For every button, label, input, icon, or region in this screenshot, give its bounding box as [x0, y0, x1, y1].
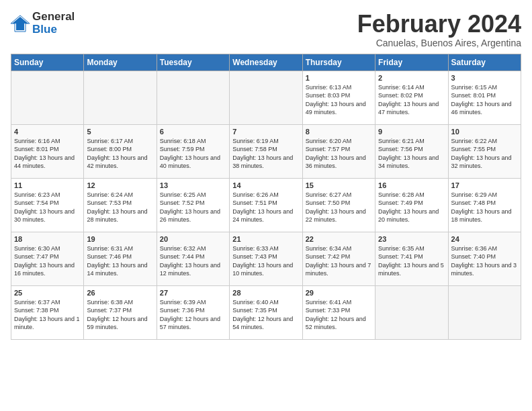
day-info: Sunrise: 6:16 AM Sunset: 8:01 PM Dayligh…	[14, 137, 81, 171]
calendar-header-row: SundayMondayTuesdayWednesdayThursdayFrid…	[11, 54, 521, 71]
header-day-friday: Friday	[375, 54, 448, 71]
day-number: 4	[14, 128, 81, 136]
header-day-monday: Monday	[84, 54, 157, 71]
logo: General Blue	[11, 11, 75, 36]
day-info: Sunrise: 6:24 AM Sunset: 7:53 PM Dayligh…	[87, 191, 153, 224]
calendar-cell: 23Sunrise: 6:35 AM Sunset: 7:41 PM Dayli…	[375, 232, 448, 285]
day-number: 6	[160, 128, 226, 136]
header-day-tuesday: Tuesday	[157, 54, 229, 71]
day-number: 23	[378, 235, 445, 243]
day-number: 9	[378, 128, 445, 136]
day-info: Sunrise: 6:39 AM Sunset: 7:36 PM Dayligh…	[160, 298, 226, 332]
calendar-cell	[375, 285, 448, 339]
day-info: Sunrise: 6:35 AM Sunset: 7:41 PM Dayligh…	[378, 244, 445, 278]
calendar-cell: 2Sunrise: 6:14 AM Sunset: 8:02 PM Daylig…	[375, 71, 448, 124]
calendar-cell: 7Sunrise: 6:19 AM Sunset: 7:58 PM Daylig…	[230, 124, 302, 178]
title-block: February 2024 Canuelas, Buenos Aires, Ar…	[357, 11, 521, 48]
calendar-cell: 5Sunrise: 6:17 AM Sunset: 8:00 PM Daylig…	[84, 124, 157, 178]
day-info: Sunrise: 6:21 AM Sunset: 7:56 PM Dayligh…	[378, 137, 445, 171]
calendar-cell: 22Sunrise: 6:34 AM Sunset: 7:42 PM Dayli…	[302, 232, 375, 285]
day-info: Sunrise: 6:15 AM Sunset: 8:01 PM Dayligh…	[451, 83, 518, 117]
day-info: Sunrise: 6:23 AM Sunset: 7:54 PM Dayligh…	[14, 191, 81, 224]
calendar-cell: 16Sunrise: 6:28 AM Sunset: 7:49 PM Dayli…	[375, 178, 448, 232]
header-day-saturday: Saturday	[448, 54, 521, 71]
calendar-cell	[230, 71, 302, 124]
day-number: 24	[451, 235, 518, 243]
day-info: Sunrise: 6:33 AM Sunset: 7:43 PM Dayligh…	[232, 244, 299, 278]
calendar-cell: 1Sunrise: 6:13 AM Sunset: 8:03 PM Daylig…	[302, 71, 375, 124]
day-info: Sunrise: 6:32 AM Sunset: 7:44 PM Dayligh…	[160, 244, 226, 278]
day-number: 5	[87, 128, 153, 136]
calendar-cell: 12Sunrise: 6:24 AM Sunset: 7:53 PM Dayli…	[84, 178, 157, 232]
day-number: 25	[14, 289, 81, 297]
calendar-cell: 21Sunrise: 6:33 AM Sunset: 7:43 PM Dayli…	[230, 232, 302, 285]
day-number: 2	[378, 74, 445, 82]
calendar-cell: 29Sunrise: 6:41 AM Sunset: 7:33 PM Dayli…	[302, 285, 375, 339]
day-number: 28	[232, 289, 299, 297]
calendar-cell	[448, 285, 521, 339]
day-number: 7	[232, 128, 299, 136]
logo-blue: Blue	[32, 23, 57, 36]
calendar-table: SundayMondayTuesdayWednesdayThursdayFrid…	[11, 54, 521, 340]
day-number: 22	[306, 235, 372, 243]
day-info: Sunrise: 6:38 AM Sunset: 7:37 PM Dayligh…	[87, 298, 153, 332]
calendar-cell: 19Sunrise: 6:31 AM Sunset: 7:46 PM Dayli…	[84, 232, 157, 285]
calendar-cell: 24Sunrise: 6:36 AM Sunset: 7:40 PM Dayli…	[448, 232, 521, 285]
calendar-cell: 3Sunrise: 6:15 AM Sunset: 8:01 PM Daylig…	[448, 71, 521, 124]
calendar-cell: 14Sunrise: 6:26 AM Sunset: 7:51 PM Dayli…	[230, 178, 302, 232]
calendar-cell	[157, 71, 229, 124]
day-number: 15	[306, 181, 372, 189]
header-day-sunday: Sunday	[11, 54, 84, 71]
day-number: 26	[87, 289, 153, 297]
calendar-cell: 18Sunrise: 6:30 AM Sunset: 7:47 PM Dayli…	[11, 232, 84, 285]
calendar-cell: 13Sunrise: 6:25 AM Sunset: 7:52 PM Dayli…	[157, 178, 229, 232]
logo-text: General Blue	[32, 11, 75, 36]
day-info: Sunrise: 6:31 AM Sunset: 7:46 PM Dayligh…	[87, 244, 153, 278]
calendar-week-row: 1Sunrise: 6:13 AM Sunset: 8:03 PM Daylig…	[11, 71, 521, 124]
calendar-cell: 28Sunrise: 6:40 AM Sunset: 7:35 PM Dayli…	[230, 285, 302, 339]
day-number: 16	[378, 181, 445, 189]
calendar-cell: 26Sunrise: 6:38 AM Sunset: 7:37 PM Dayli…	[84, 285, 157, 339]
day-info: Sunrise: 6:25 AM Sunset: 7:52 PM Dayligh…	[160, 191, 226, 224]
day-info: Sunrise: 6:17 AM Sunset: 8:00 PM Dayligh…	[87, 137, 153, 171]
calendar-cell: 27Sunrise: 6:39 AM Sunset: 7:36 PM Dayli…	[157, 285, 229, 339]
day-info: Sunrise: 6:28 AM Sunset: 7:49 PM Dayligh…	[378, 191, 445, 224]
calendar-cell: 25Sunrise: 6:37 AM Sunset: 7:38 PM Dayli…	[11, 285, 84, 339]
month-title: February 2024	[357, 11, 521, 38]
day-number: 29	[306, 289, 372, 297]
day-number: 18	[14, 235, 81, 243]
day-info: Sunrise: 6:36 AM Sunset: 7:40 PM Dayligh…	[451, 244, 518, 278]
location: Canuelas, Buenos Aires, Argentina	[357, 38, 521, 48]
day-info: Sunrise: 6:18 AM Sunset: 7:59 PM Dayligh…	[160, 137, 226, 171]
calendar-cell: 11Sunrise: 6:23 AM Sunset: 7:54 PM Dayli…	[11, 178, 84, 232]
calendar-cell	[11, 71, 84, 124]
day-number: 10	[451, 128, 518, 136]
day-info: Sunrise: 6:13 AM Sunset: 8:03 PM Dayligh…	[306, 83, 372, 117]
calendar-cell: 6Sunrise: 6:18 AM Sunset: 7:59 PM Daylig…	[157, 124, 229, 178]
logo-general: General	[32, 10, 75, 23]
day-info: Sunrise: 6:29 AM Sunset: 7:48 PM Dayligh…	[451, 191, 518, 224]
calendar-cell: 4Sunrise: 6:16 AM Sunset: 8:01 PM Daylig…	[11, 124, 84, 178]
calendar-week-row: 18Sunrise: 6:30 AM Sunset: 7:47 PM Dayli…	[11, 232, 521, 285]
day-number: 3	[451, 74, 518, 82]
calendar-week-row: 11Sunrise: 6:23 AM Sunset: 7:54 PM Dayli…	[11, 178, 521, 232]
calendar-cell: 15Sunrise: 6:27 AM Sunset: 7:50 PM Dayli…	[302, 178, 375, 232]
day-number: 20	[160, 235, 226, 243]
day-number: 1	[306, 74, 372, 82]
calendar-cell: 17Sunrise: 6:29 AM Sunset: 7:48 PM Dayli…	[448, 178, 521, 232]
day-info: Sunrise: 6:27 AM Sunset: 7:50 PM Dayligh…	[306, 191, 372, 224]
header-day-wednesday: Wednesday	[230, 54, 302, 71]
calendar-cell	[84, 71, 157, 124]
calendar-cell: 9Sunrise: 6:21 AM Sunset: 7:56 PM Daylig…	[375, 124, 448, 178]
calendar-cell: 10Sunrise: 6:22 AM Sunset: 7:55 PM Dayli…	[448, 124, 521, 178]
day-info: Sunrise: 6:26 AM Sunset: 7:51 PM Dayligh…	[232, 191, 299, 224]
calendar-week-row: 4Sunrise: 6:16 AM Sunset: 8:01 PM Daylig…	[11, 124, 521, 178]
day-info: Sunrise: 6:41 AM Sunset: 7:33 PM Dayligh…	[306, 298, 372, 332]
day-info: Sunrise: 6:22 AM Sunset: 7:55 PM Dayligh…	[451, 137, 518, 171]
day-number: 19	[87, 235, 153, 243]
calendar-cell: 8Sunrise: 6:20 AM Sunset: 7:57 PM Daylig…	[302, 124, 375, 178]
day-info: Sunrise: 6:40 AM Sunset: 7:35 PM Dayligh…	[232, 298, 299, 332]
day-number: 17	[451, 181, 518, 189]
day-info: Sunrise: 6:20 AM Sunset: 7:57 PM Dayligh…	[306, 137, 372, 171]
day-number: 27	[160, 289, 226, 297]
